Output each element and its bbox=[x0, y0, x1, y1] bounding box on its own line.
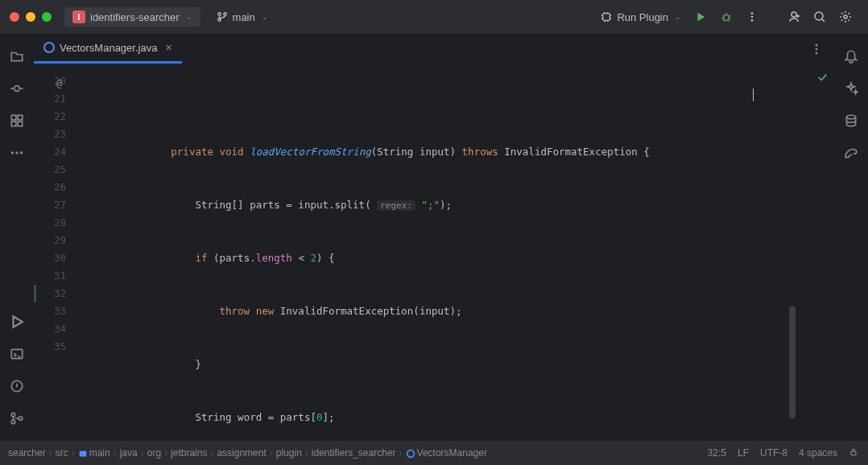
inspection-ok-icon[interactable] bbox=[816, 71, 828, 88]
svg-point-2 bbox=[223, 13, 226, 16]
more-actions-button[interactable] bbox=[739, 4, 765, 30]
svg-rect-15 bbox=[18, 121, 23, 126]
tab-vectorsmanager[interactable]: VectorsManager.java × bbox=[34, 34, 182, 64]
services-tool-button[interactable] bbox=[7, 312, 27, 331]
breadcrumb-item[interactable]: identifiers_searcher bbox=[312, 447, 396, 459]
plugin-icon bbox=[601, 11, 612, 23]
svg-point-26 bbox=[816, 47, 818, 50]
breadcrumb-item[interactable]: src bbox=[56, 447, 68, 459]
editor-tabs: VectorsManager.java × bbox=[34, 34, 834, 64]
chevron-down-icon: ⌄ bbox=[186, 13, 192, 21]
project-selector[interactable]: I identifiers-searcher ⌄ bbox=[64, 7, 200, 27]
breadcrumb-item[interactable]: searcher bbox=[8, 447, 46, 459]
ai-assistant-tool-button[interactable] bbox=[841, 79, 861, 98]
status-bar: searcher› src› main› java› org› jetbrain… bbox=[0, 441, 868, 465]
svg-point-8 bbox=[792, 12, 796, 17]
svg-point-10 bbox=[844, 15, 847, 19]
search-everywhere-button[interactable] bbox=[807, 4, 833, 30]
svg-point-25 bbox=[816, 43, 818, 46]
svg-point-9 bbox=[815, 12, 823, 20]
svg-rect-12 bbox=[11, 115, 16, 120]
title-bar: I identifiers-searcher ⌄ main ⌄ Run Plug… bbox=[0, 0, 868, 34]
svg-point-22 bbox=[11, 420, 15, 424]
breadcrumb-item[interactable]: main bbox=[78, 447, 110, 459]
code-with-me-button[interactable] bbox=[781, 4, 807, 30]
svg-point-5 bbox=[751, 12, 754, 14]
database-tool-button[interactable] bbox=[841, 111, 861, 130]
caret-position[interactable]: 32:5 bbox=[708, 447, 726, 459]
notifications-tool-button[interactable] bbox=[841, 47, 861, 66]
text-cursor bbox=[753, 88, 754, 101]
svg-point-18 bbox=[20, 151, 23, 154]
chevron-down-icon: ⌄ bbox=[262, 13, 268, 21]
close-window-button[interactable] bbox=[10, 12, 19, 22]
git-branch-selector[interactable]: main ⌄ bbox=[210, 8, 275, 27]
project-name: identifiers-searcher bbox=[90, 11, 180, 23]
svg-rect-14 bbox=[11, 121, 16, 126]
svg-rect-30 bbox=[851, 451, 856, 455]
run-configuration-selector[interactable]: Run Plugin ⌄ bbox=[594, 8, 688, 27]
breadcrumb-item[interactable]: plugin bbox=[276, 447, 302, 459]
indent-setting[interactable]: 4 spaces bbox=[799, 447, 837, 459]
commit-tool-button[interactable] bbox=[7, 79, 27, 98]
svg-point-11 bbox=[14, 86, 20, 92]
tab-filename: VectorsManager.java bbox=[60, 42, 157, 54]
code-content[interactable]: private void loadVectorFromString(String… bbox=[72, 64, 834, 441]
breadcrumb-item[interactable]: assignment bbox=[217, 447, 266, 459]
svg-point-17 bbox=[15, 151, 18, 154]
branch-icon bbox=[217, 11, 228, 23]
svg-rect-19 bbox=[11, 349, 23, 358]
navigation-breadcrumb: searcher› src› main› java› org› jetbrain… bbox=[8, 447, 708, 459]
line-separator[interactable]: LF bbox=[738, 447, 749, 459]
tab-actions-button[interactable] bbox=[807, 39, 826, 59]
svg-point-29 bbox=[407, 451, 414, 458]
svg-point-21 bbox=[11, 413, 15, 417]
svg-rect-3 bbox=[603, 14, 610, 21]
window-controls bbox=[10, 12, 52, 22]
problems-tool-button[interactable] bbox=[7, 377, 27, 396]
svg-rect-28 bbox=[79, 451, 86, 456]
structure-tool-button[interactable] bbox=[7, 111, 27, 130]
svg-point-6 bbox=[751, 16, 754, 19]
svg-point-0 bbox=[217, 13, 221, 16]
breadcrumb-item[interactable]: jetbrains bbox=[171, 447, 207, 459]
svg-point-23 bbox=[19, 417, 23, 421]
svg-point-16 bbox=[11, 151, 14, 154]
run-button[interactable] bbox=[688, 4, 713, 30]
branch-name: main bbox=[233, 11, 255, 23]
left-tool-rail bbox=[0, 34, 34, 441]
breadcrumb-item[interactable]: java bbox=[120, 447, 138, 459]
breadcrumb-item[interactable]: org bbox=[147, 447, 161, 459]
settings-button[interactable] bbox=[833, 4, 858, 30]
debug-button[interactable] bbox=[713, 4, 739, 30]
svg-point-7 bbox=[751, 19, 754, 22]
gradle-tool-button[interactable] bbox=[841, 143, 861, 163]
project-tool-button[interactable] bbox=[7, 47, 27, 66]
editor-scrollbar[interactable] bbox=[789, 306, 796, 418]
terminal-tool-button[interactable] bbox=[7, 344, 27, 364]
breadcrumb-item[interactable]: VectorsManager bbox=[406, 447, 487, 459]
more-tool-windows-button[interactable] bbox=[7, 143, 27, 163]
readonly-toggle[interactable] bbox=[849, 447, 860, 459]
maximize-window-button[interactable] bbox=[42, 12, 52, 22]
svg-rect-13 bbox=[18, 115, 23, 120]
chevron-down-icon: ⌄ bbox=[675, 13, 681, 21]
right-tool-rail bbox=[834, 34, 868, 441]
project-icon: I bbox=[72, 10, 85, 23]
line-gutter: 20@ 21 22 23 24 25 26 27 28 29 30 31 32 … bbox=[34, 64, 72, 441]
java-class-icon bbox=[43, 42, 55, 53]
version-control-tool-button[interactable] bbox=[7, 409, 27, 428]
close-tab-button[interactable]: × bbox=[165, 41, 172, 54]
file-encoding[interactable]: UTF-8 bbox=[760, 447, 787, 459]
code-editor[interactable]: 20@ 21 22 23 24 25 26 27 28 29 30 31 32 … bbox=[34, 64, 834, 441]
minimize-window-button[interactable] bbox=[26, 12, 35, 22]
svg-point-24 bbox=[846, 115, 855, 119]
svg-point-27 bbox=[816, 51, 818, 54]
run-config-label: Run Plugin bbox=[617, 11, 668, 23]
